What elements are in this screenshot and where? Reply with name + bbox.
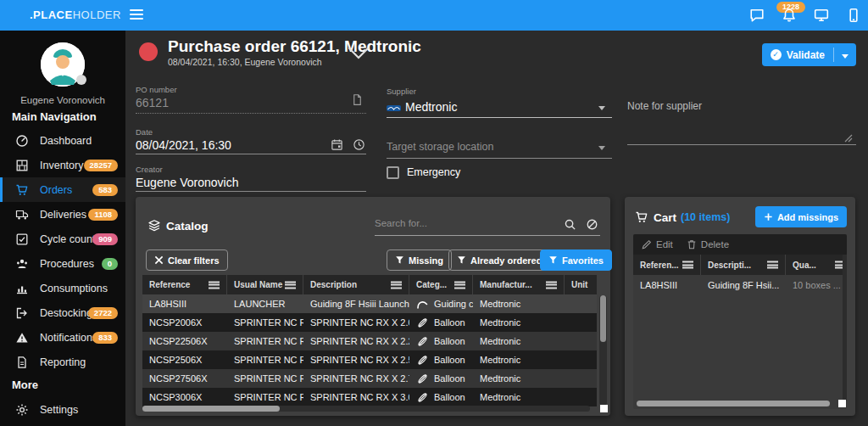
sidebar-item-consumptions[interactable]: Consumptions xyxy=(0,276,125,300)
table-row[interactable]: NCSP2006X SPRINTER NC RX SPRINTER NC RX … xyxy=(142,313,597,332)
filter-favorites-button[interactable]: Favorites xyxy=(540,249,612,271)
file-icon[interactable] xyxy=(351,93,364,106)
column-header-category[interactable]: Categ... xyxy=(409,275,473,294)
column-header-quantity[interactable]: Qua... xyxy=(786,255,847,275)
layers-icon xyxy=(147,219,161,233)
table-row[interactable]: NCSP3006X SPRINTER NC RX SPRINTER NC RX … xyxy=(142,388,597,406)
nav-section-main: Main Navigation xyxy=(12,110,97,123)
supplier-value[interactable]: Medtronic xyxy=(405,100,457,114)
cell-reference: LA8HSIII xyxy=(142,294,227,313)
storage-caret-icon[interactable] xyxy=(598,146,605,150)
column-menu-icon[interactable] xyxy=(285,281,296,289)
sidebar-item-label: Notifications xyxy=(40,332,97,344)
note-textarea[interactable] xyxy=(627,109,856,144)
calendar-icon[interactable] xyxy=(331,138,343,151)
column-header-unit[interactable]: Unit xyxy=(565,275,597,294)
clear-search-icon[interactable] xyxy=(586,218,598,231)
cell-category: Balloon xyxy=(409,313,473,332)
sidebar-item-inventory[interactable]: Inventory 28257 xyxy=(0,153,125,177)
horizontal-scrollbar[interactable] xyxy=(637,401,833,406)
emergency-checkbox[interactable] xyxy=(387,166,399,179)
column-menu-icon[interactable] xyxy=(209,281,220,289)
people-icon xyxy=(15,257,29,271)
resize-corner[interactable] xyxy=(600,405,608,412)
chat-icon[interactable] xyxy=(749,8,765,23)
clock-icon[interactable] xyxy=(353,138,365,151)
add-missings-button[interactable]: Add missings xyxy=(755,206,847,227)
catalog-title: Catalog xyxy=(166,220,209,233)
add-missings-label: Add missings xyxy=(777,212,838,222)
cell-category: Balloon xyxy=(409,350,473,369)
column-menu-icon[interactable] xyxy=(767,261,778,269)
scrollbar-thumb[interactable] xyxy=(600,295,606,342)
warning-icon xyxy=(15,331,29,345)
cell-category: Guiding cath xyxy=(409,294,473,313)
cycle-counts-badge: 909 xyxy=(92,233,118,245)
sidebar: Eugene Voronovich Main Navigation Dashbo… xyxy=(0,31,125,426)
avatar[interactable] xyxy=(41,42,85,87)
desktop-icon[interactable] xyxy=(814,8,829,23)
vertical-scrollbar[interactable] xyxy=(599,295,607,406)
table-row[interactable]: LA8HSIII LAUNCHER Guiding 8F Hsiii Launc… xyxy=(142,294,597,313)
table-row[interactable]: NCSP27506X SPRINTER NC RX SPRINTER NC RX… xyxy=(142,369,597,388)
column-menu-icon[interactable] xyxy=(682,261,693,269)
sidebar-item-label: Reporting xyxy=(40,356,86,368)
validate-main[interactable]: ✓ Validate xyxy=(762,49,833,61)
sidebar-item-cycle-counts[interactable]: Cycle counts 909 xyxy=(0,227,125,251)
date-underline xyxy=(136,154,366,154)
sidebar-item-procedures[interactable]: Procedures 0 xyxy=(0,251,125,276)
cell-category: Balloon xyxy=(409,332,473,350)
column-menu-icon[interactable] xyxy=(546,281,557,289)
column-header-manufacturer[interactable]: Manufactur... xyxy=(473,275,565,294)
mobile-icon[interactable] xyxy=(846,8,861,23)
resize-corner[interactable] xyxy=(838,400,846,407)
sidebar-item-label: Dashboard xyxy=(40,135,92,147)
cart-panel: Cart (10 items) Add missings Edit Delete xyxy=(625,197,855,416)
table-row[interactable]: LA8HSIII Guiding 8F Hsii... 10 boxes ... xyxy=(633,275,847,295)
table-row[interactable]: NCSP22506X SPRINTER NC RX SPRINTER NC RX… xyxy=(142,332,597,350)
sidebar-item-dashboard[interactable]: Dashboard xyxy=(0,128,125,153)
balloon-icon xyxy=(416,335,429,348)
filter-already-ordered-button[interactable]: Already ordered xyxy=(448,249,550,271)
storage-location-select[interactable]: Target storage location xyxy=(387,141,493,153)
chevron-down-icon[interactable] xyxy=(348,47,370,62)
delete-label: Delete xyxy=(701,239,729,249)
filter-missing-button[interactable]: Missing xyxy=(387,249,452,271)
sidebar-item-notifications[interactable]: Notifications 833 xyxy=(0,325,125,350)
bell-icon[interactable] xyxy=(782,8,797,23)
column-header-usual-name[interactable]: Usual Name xyxy=(227,275,303,294)
table-row[interactable]: NCSP2506X SPRINTER NC RX SPRINTER NC RX … xyxy=(142,350,597,369)
cell-reference: NCSP27506X xyxy=(142,369,227,388)
sidebar-item-deliveries[interactable]: Deliveries 1108 xyxy=(0,202,125,227)
vertical-scrollbar[interactable] xyxy=(843,255,847,401)
clear-filters-button[interactable]: Clear filters xyxy=(146,249,228,271)
trash-icon xyxy=(687,239,697,249)
menu-icon[interactable] xyxy=(130,9,143,20)
scrollbar-thumb[interactable] xyxy=(142,406,280,412)
validate-dropdown-caret[interactable] xyxy=(834,49,856,61)
column-header-reference[interactable]: Reference xyxy=(142,275,227,294)
scrollbar-thumb[interactable] xyxy=(637,401,830,406)
column-header-reference[interactable]: Referen... xyxy=(633,255,701,275)
column-menu-icon[interactable] xyxy=(391,281,402,289)
creator-value[interactable]: Eugene Voronovich xyxy=(136,176,238,189)
column-header-description[interactable]: Description xyxy=(303,275,409,294)
creator-underline xyxy=(136,191,366,192)
search-icon[interactable] xyxy=(564,218,576,231)
supplier-caret-icon[interactable] xyxy=(598,106,605,110)
sidebar-item-orders[interactable]: Orders 583 xyxy=(0,177,125,202)
validate-button[interactable]: ✓ Validate xyxy=(762,43,856,66)
column-menu-icon[interactable] xyxy=(454,281,465,289)
date-value[interactable]: 08/04/2021, 16:30 xyxy=(136,138,231,152)
edit-button[interactable]: Edit xyxy=(642,239,673,249)
column-header-description[interactable]: Descripti... xyxy=(701,255,786,275)
pencil-icon xyxy=(642,239,652,249)
sidebar-item-destocking[interactable]: Destocking 2722 xyxy=(0,300,125,325)
cell-usual-name: SPRINTER NC RX xyxy=(227,350,303,369)
search-input[interactable] xyxy=(375,214,553,233)
cell-unit xyxy=(565,332,597,350)
sidebar-item-reporting[interactable]: Reporting xyxy=(0,350,125,374)
horizontal-scrollbar[interactable] xyxy=(142,406,590,412)
sidebar-item-settings[interactable]: Settings xyxy=(0,397,125,422)
delete-button[interactable]: Delete xyxy=(687,239,729,249)
